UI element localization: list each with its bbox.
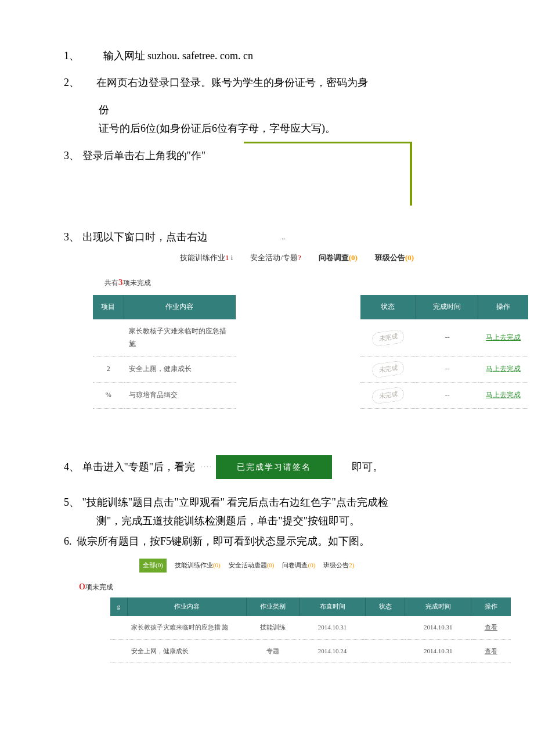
go-complete-link[interactable]: 马上去完成 <box>486 391 521 399</box>
suffix: 项未完成 <box>123 279 151 287</box>
step-5: 5、 "技能训练"题目点击"立即观看" 看完后点击右边红色字"点击完成检 测"，… <box>72 493 476 531</box>
step-6: 6. 做宗所有题目，按F5键刷新，即可看到状态显示完成。如下图。 <box>64 532 476 550</box>
incomplete-stamp: 未完成 <box>371 386 405 404</box>
table-row: 安全上网，健康成长 专题 2014.10.24 2014.10.31 查看 <box>110 639 511 663</box>
th-gap <box>236 295 360 319</box>
step-2-cont-a: 份 <box>64 100 476 119</box>
tab-skill[interactable]: 技能训练作业1 i <box>180 251 233 264</box>
step-number: 1、 <box>64 46 80 65</box>
step-text: 在网页右边登录口登录。账号为学生的身份证号，密码为身 <box>96 77 368 88</box>
tab-survey[interactable]: 问卷调查(0) <box>319 251 358 264</box>
tab-all[interactable]: 全部(0) <box>139 559 167 573</box>
cell-publish-time: 2014.10.31 <box>300 616 366 639</box>
cell-num <box>93 319 124 357</box>
tab-count: (0) <box>405 253 414 262</box>
tab-activity[interactable]: 安全活动唐题(0) <box>229 560 275 571</box>
th-time: 完成时间 <box>416 295 478 319</box>
step-2: 2、 在网页右边登录口登录。账号为学生的身份证号，密码为身 <box>64 73 476 92</box>
step-text-tail: 即可。 <box>352 458 383 476</box>
tab-label: 班级公告 <box>375 253 405 262</box>
cell-content: 安全上网，健康成长 <box>128 639 247 663</box>
incomplete-summary-2: O项未完成 <box>79 579 476 594</box>
tab-count: (0) <box>156 561 163 568</box>
cell-gap <box>236 383 360 409</box>
homework-table-1: 项目 作业内容 状态 完成时间 操作 家长教核子灾难来临时的应急措施 未完成 -… <box>93 295 528 408</box>
incomplete-summary-1: 共有3项未完成 <box>104 275 476 290</box>
table-header-row: 项目 作业内容 状态 完成时间 操作 <box>93 295 528 319</box>
tab-label: 技能训练作业 <box>175 561 213 568</box>
step-number: 5、 <box>64 493 80 512</box>
cell-time: -- <box>416 383 478 409</box>
tab-count: 2) <box>349 561 354 568</box>
tab-count: (0) <box>267 561 275 568</box>
step-text: 登录后单击右上角我的"作" <box>82 150 206 161</box>
homework-table-2: g 作业内容 作业类别 布直时间 状态 完成时间 操作 家长教孩子灾难来临时的应… <box>110 597 511 663</box>
tab-count: (0) <box>308 561 315 568</box>
tab-bar-2: 全部(0) 技能训练作业(0) 安全活动唐题(0) 问卷调查(0) 班级公告2) <box>139 559 476 573</box>
tab-count: ? <box>298 253 301 262</box>
cell-action: 查看 <box>471 639 511 663</box>
table-header-row: g 作业内容 作业类别 布直时间 状态 完成时间 操作 <box>110 597 511 616</box>
th-content: 作业内容 <box>124 295 236 319</box>
step-number: 4、 <box>64 458 80 476</box>
sign-learning-complete-button[interactable]: 已完成学习请签名 <box>216 455 332 479</box>
th-status: 状态 <box>360 295 416 319</box>
cell-status: 未完成 <box>360 319 416 357</box>
tab-count: (0) <box>213 561 221 568</box>
fragment-text: ,, <box>282 231 286 243</box>
cell-action: 马上去完成 <box>478 383 528 409</box>
cell-publish-time: 2014.10.24 <box>300 639 366 663</box>
th-item: 项目 <box>93 295 124 319</box>
step-text: 做宗所有题目，按F5键刷新，即可看到状态显示完成。如下图。 <box>77 535 370 547</box>
tab-survey[interactable]: 问卷调查(0) <box>282 560 315 571</box>
cell-action: 马上去完成 <box>478 357 528 383</box>
cell-type: 专题 <box>247 639 300 663</box>
tab-skill[interactable]: 技能训练作业(0) <box>175 560 221 571</box>
step-number: 3、 <box>64 146 80 165</box>
th-publish-time: 布直时间 <box>300 597 366 616</box>
suffix: 项未完成 <box>85 583 113 591</box>
step-text-line2: 测"，完成五道技能训练检测题后，单击"提交"按钮即可。 <box>72 512 476 530</box>
th-action: 操作 <box>478 295 528 319</box>
th-action: 操作 <box>471 597 511 616</box>
cell-num: 2 <box>93 357 124 383</box>
cell-action: 马上去完成 <box>478 319 528 357</box>
step-text: 单击进入"专题"后，看完 <box>82 461 196 473</box>
step-number: 3、 <box>64 228 80 246</box>
th-complete-time: 完成时间 <box>405 597 471 616</box>
step-3-row: 3、 登录后单击右上角我的"作" <box>64 146 476 210</box>
go-complete-link[interactable]: 马上去完成 <box>486 365 521 373</box>
step-4-row: 4、 单击进入"专题"后，看完 · · · · 已完成学习请签名 即可。 <box>64 455 476 479</box>
step-text: 输入网址 suzhou. safetree. com. cn <box>103 50 253 62</box>
tab-label: 班级公告 <box>323 561 349 568</box>
step-1: 1、 输入网址 suzhou. safetree. com. cn <box>64 46 476 65</box>
tab-label: 安全活动唐题 <box>229 561 267 568</box>
step-2-cont-b: 证号的后6位(如身份证后6位有字母，字母应大写)。 <box>64 119 476 138</box>
cell-time: -- <box>416 319 478 357</box>
view-link[interactable]: 查看 <box>485 624 497 631</box>
view-link[interactable]: 查看 <box>485 647 497 654</box>
cell-time: -- <box>416 357 478 383</box>
fragment-text: · · · · <box>201 462 211 472</box>
incomplete-stamp: 未完成 <box>371 360 405 378</box>
cell-status: 未完成 <box>360 357 416 383</box>
cell-num: % <box>93 383 124 409</box>
cell-action: 查看 <box>471 616 511 639</box>
cell-gap <box>236 319 360 357</box>
th-type: 作业类别 <box>247 597 300 616</box>
tab-activity[interactable]: 安全活动/专题? <box>250 251 301 264</box>
table-row: 家长教核子灾难来临时的应急措施 未完成 -- 马上去完成 <box>93 319 528 357</box>
tab-class-notice[interactable]: 班级公告(0) <box>375 251 414 264</box>
screenshot-placeholder-border <box>244 142 412 206</box>
tab-label: 问卷调查 <box>319 253 349 262</box>
cell-g <box>110 639 128 663</box>
count: 3 <box>118 278 123 287</box>
cell-content: 家长教核子灾难来临时的应急措施 <box>124 319 236 357</box>
tab-class-notice[interactable]: 班级公告2) <box>323 560 354 571</box>
th-g: g <box>110 597 128 616</box>
cell-status: 未完成 <box>360 383 416 409</box>
th-status: 状态 <box>365 597 405 616</box>
go-complete-link[interactable]: 马上去完成 <box>486 333 521 341</box>
step-text-line1: "技能训练"题目点击"立即观看" 看完后点击右边红色字"点击完成检 <box>82 496 388 508</box>
incomplete-stamp: 未完成 <box>371 329 405 347</box>
